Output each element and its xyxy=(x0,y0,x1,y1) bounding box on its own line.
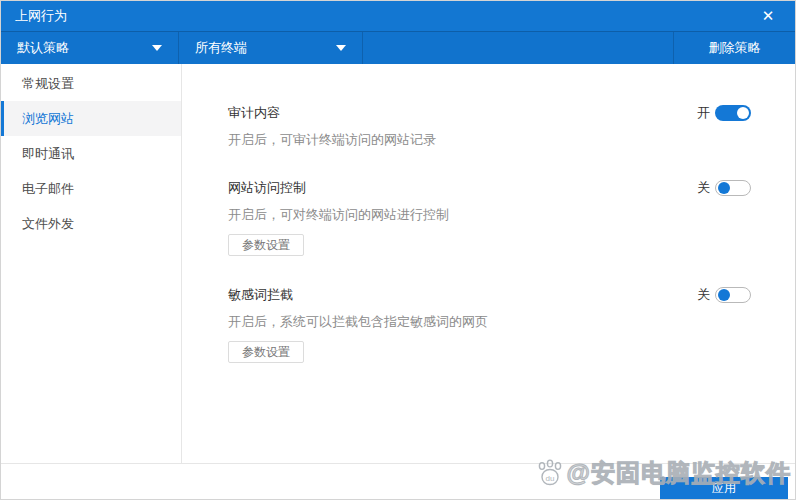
toggle-state-label: 关 xyxy=(697,286,710,304)
policy-dropdown-label: 默认策略 xyxy=(17,39,69,57)
title-bar: 上网行为 ✕ xyxy=(1,1,795,31)
toggle-state-label: 开 xyxy=(697,104,710,122)
footer-bar: 应用 xyxy=(1,463,795,499)
sidebar-item-file-outgoing[interactable]: 文件外发 xyxy=(1,206,181,241)
close-icon[interactable]: ✕ xyxy=(755,3,781,29)
section-head: 审计内容 开 xyxy=(228,104,751,122)
sensitive-word-toggle-group: 关 xyxy=(697,286,751,304)
main-area: 常规设置 浏览网站 即时通讯 电子邮件 文件外发 审计内容 开 开启后，可审计终… xyxy=(1,64,795,463)
toolbar-spacer xyxy=(363,32,673,64)
toggle-knob xyxy=(718,182,730,194)
window-title: 上网行为 xyxy=(15,7,67,25)
settings-content: 审计内容 开 开启后，可审计终端访问的网站记录 网站访问控制 关 xyxy=(182,64,795,463)
section-title: 网站访问控制 xyxy=(228,179,306,197)
terminal-dropdown-label: 所有终端 xyxy=(195,39,247,57)
chevron-down-icon xyxy=(152,45,162,51)
policy-dropdown[interactable]: 默认策略 xyxy=(1,32,179,64)
delete-policy-button[interactable]: 删除策略 xyxy=(673,32,795,64)
audit-toggle-group: 开 xyxy=(697,104,751,122)
section-description: 开启后，可对终端访问的网站进行控制 xyxy=(228,206,751,224)
section-description: 开启后，系统可以拦截包含指定敏感词的网页 xyxy=(228,313,751,331)
section-head: 网站访问控制 关 xyxy=(228,179,751,197)
sidebar-item-general-settings[interactable]: 常规设置 xyxy=(1,66,181,101)
sidebar: 常规设置 浏览网站 即时通讯 电子邮件 文件外发 xyxy=(1,64,182,463)
internet-behavior-window: 上网行为 ✕ 默认策略 所有终端 删除策略 常规设置 浏览网站 即时通讯 电子邮… xyxy=(0,0,796,500)
section-audit-content: 审计内容 开 开启后，可审计终端访问的网站记录 xyxy=(228,104,751,149)
toggle-knob xyxy=(737,107,749,119)
section-website-access-control: 网站访问控制 关 开启后，可对终端访问的网站进行控制 参数设置 xyxy=(228,179,751,256)
toggle-knob xyxy=(718,289,730,301)
sidebar-item-instant-messaging[interactable]: 即时通讯 xyxy=(1,136,181,171)
chevron-down-icon xyxy=(336,45,346,51)
sensitive-word-param-settings-button[interactable]: 参数设置 xyxy=(228,341,304,363)
sidebar-item-email[interactable]: 电子邮件 xyxy=(1,171,181,206)
access-control-param-settings-button[interactable]: 参数设置 xyxy=(228,234,304,256)
section-title: 敏感词拦截 xyxy=(228,286,293,304)
policy-toolbar: 默认策略 所有终端 删除策略 xyxy=(1,31,795,64)
terminal-dropdown[interactable]: 所有终端 xyxy=(179,32,363,64)
sidebar-item-browse-websites[interactable]: 浏览网站 xyxy=(1,101,181,136)
section-title: 审计内容 xyxy=(228,104,280,122)
audit-content-toggle[interactable] xyxy=(715,105,751,121)
website-access-control-toggle[interactable] xyxy=(715,180,751,196)
access-control-toggle-group: 关 xyxy=(697,179,751,197)
sensitive-word-blocking-toggle[interactable] xyxy=(715,287,751,303)
section-description: 开启后，可审计终端访问的网站记录 xyxy=(228,131,751,149)
apply-button[interactable]: 应用 xyxy=(660,477,788,500)
toggle-state-label: 关 xyxy=(697,179,710,197)
section-head: 敏感词拦截 关 xyxy=(228,286,751,304)
section-sensitive-word-blocking: 敏感词拦截 关 开启后，系统可以拦截包含指定敏感词的网页 参数设置 xyxy=(228,286,751,363)
